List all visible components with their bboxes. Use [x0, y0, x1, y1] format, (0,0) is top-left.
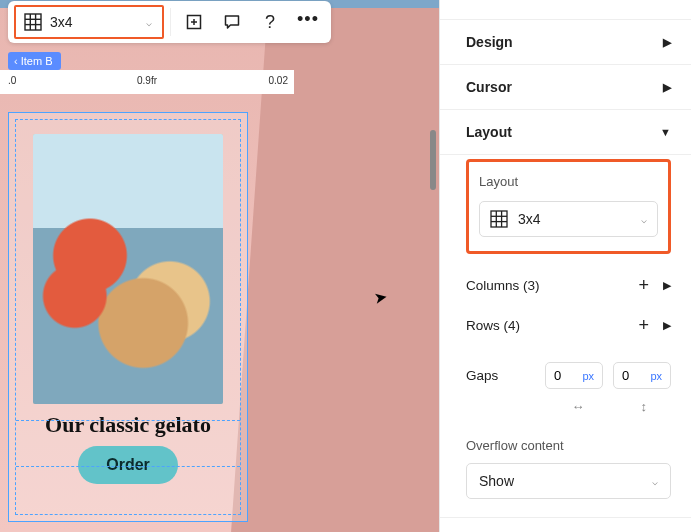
panel-top-spacer	[440, 0, 691, 20]
design-label: Design	[466, 34, 513, 50]
gap-horizontal-input[interactable]: px	[545, 362, 603, 389]
chevron-down-icon: ⌵	[652, 476, 658, 487]
columns-row: Columns (3) + ▶	[466, 276, 671, 294]
add-column-button[interactable]: +	[638, 276, 649, 294]
order-button[interactable]: Order	[78, 446, 178, 484]
columns-label: Columns (3)	[466, 278, 540, 293]
ruler-tick-left: .0	[8, 75, 16, 86]
chevron-down-icon: ⌵	[641, 214, 647, 225]
product-caption[interactable]: Our classic gelato	[45, 412, 211, 438]
overflow-block: Overflow content Show ⌵	[466, 438, 671, 499]
layout-section-header[interactable]: Layout ▼	[440, 110, 691, 155]
chevron-right-icon: ▶	[663, 36, 671, 49]
grid-size-label: 3x4	[50, 14, 73, 30]
comment-button[interactable]	[215, 5, 249, 39]
canvas-scrollbar[interactable]	[430, 0, 436, 532]
chevron-down-icon: ▼	[660, 126, 671, 138]
add-row-button[interactable]: +	[638, 316, 649, 334]
gap-h-unit[interactable]: px	[582, 370, 594, 382]
canvas-area[interactable]: 3x4 ⌵ ? ••• Item B .0 0.9fr 0.02 Our cla…	[0, 0, 439, 532]
layout-grid-value: 3x4	[518, 211, 541, 227]
gaps-row: Gaps px px	[466, 362, 671, 389]
ruler-tick-mid: 0.9fr	[137, 75, 157, 86]
layout-subtitle: Layout	[479, 174, 658, 189]
chevron-right-icon: ▶	[663, 81, 671, 94]
layout-grid-dropdown[interactable]: 3x4 ⌵	[479, 201, 658, 237]
gaps-label: Gaps	[466, 368, 535, 383]
svg-rect-0	[25, 14, 41, 30]
layout-highlight-box: Layout 3x4 ⌵	[466, 159, 671, 254]
layout-section-body: Layout 3x4 ⌵ Columns (3) + ▶ Rows (4)	[440, 159, 691, 518]
grid-icon	[24, 13, 42, 31]
cursor-label: Cursor	[466, 79, 512, 95]
gap-v-unit[interactable]: px	[650, 370, 662, 382]
selected-grid-cell[interactable]: Our classic gelato Order	[8, 112, 248, 522]
gap-vertical-input[interactable]: px	[613, 362, 671, 389]
layout-label: Layout	[466, 124, 512, 140]
mouse-cursor-icon: ➤	[372, 287, 388, 308]
layout-tool-button[interactable]	[177, 5, 211, 39]
help-button[interactable]: ?	[253, 5, 287, 39]
inspector-panel: Design ▶ Cursor ▶ Layout ▼ Layout 3x4 ⌵	[439, 0, 691, 532]
more-button[interactable]: •••	[291, 5, 325, 39]
gap-h-value[interactable]	[554, 368, 574, 383]
overflow-title: Overflow content	[466, 438, 671, 453]
grid-size-dropdown[interactable]: 3x4 ⌵	[14, 5, 164, 39]
rows-expand-button[interactable]: ▶	[663, 319, 671, 332]
cursor-section-header[interactable]: Cursor ▶	[440, 65, 691, 110]
gap-v-value[interactable]	[622, 368, 642, 383]
ruler-tick-right: 0.02	[269, 75, 288, 86]
design-section-header[interactable]: Design ▶	[440, 20, 691, 65]
column-ruler: .0 0.9fr 0.02	[0, 70, 294, 94]
grid-icon	[490, 210, 508, 228]
chevron-down-icon: ⌵	[146, 17, 152, 28]
rows-label: Rows (4)	[466, 318, 520, 333]
vertical-icon: ↕	[641, 399, 648, 414]
floating-toolbar: 3x4 ⌵ ? •••	[8, 1, 331, 43]
toolbar-divider	[170, 8, 171, 36]
columns-expand-button[interactable]: ▶	[663, 279, 671, 292]
overflow-dropdown[interactable]: Show ⌵	[466, 463, 671, 499]
overflow-value: Show	[479, 473, 514, 489]
selection-breadcrumb[interactable]: Item B	[8, 52, 61, 70]
horizontal-icon: ↔	[572, 399, 585, 414]
rows-row: Rows (4) + ▶	[466, 316, 671, 334]
scrollbar-thumb[interactable]	[430, 130, 436, 190]
product-image[interactable]	[33, 134, 223, 404]
grid-cell-content: Our classic gelato Order	[15, 119, 241, 515]
gap-direction-icons: ↔ ↕	[466, 399, 671, 414]
svg-rect-8	[491, 211, 507, 227]
position-section-header[interactable]: Position ▶	[440, 518, 691, 532]
